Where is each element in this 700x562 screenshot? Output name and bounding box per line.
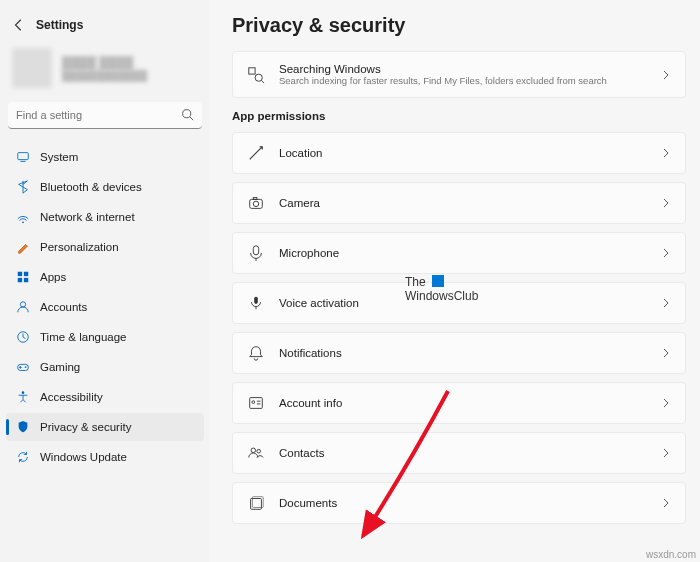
svg-point-4 <box>22 221 24 223</box>
nav-label: Bluetooth & devices <box>40 181 142 193</box>
section-label: App permissions <box>232 110 686 122</box>
voice-icon <box>247 294 265 312</box>
svg-rect-8 <box>24 278 28 282</box>
microphone-icon <box>247 244 265 262</box>
chevron-right-icon <box>661 148 671 158</box>
bluetooth-icon <box>16 180 30 194</box>
gaming-icon <box>16 360 30 374</box>
search-icon <box>181 108 194 121</box>
chevron-right-icon <box>661 248 671 258</box>
svg-point-0 <box>183 110 191 118</box>
camera-icon <box>247 194 265 212</box>
search-input[interactable] <box>8 102 202 129</box>
bell-icon <box>247 344 265 362</box>
svg-rect-22 <box>250 398 263 409</box>
svg-rect-20 <box>253 246 258 255</box>
svg-point-9 <box>20 302 25 307</box>
contacts-icon <box>247 444 265 462</box>
permission-item-bell[interactable]: Notifications <box>232 332 686 374</box>
svg-line-1 <box>190 117 193 120</box>
chevron-right-icon <box>661 448 671 458</box>
svg-rect-5 <box>18 272 22 276</box>
nav-item-update[interactable]: Windows Update <box>6 443 204 471</box>
nav-item-accessibility[interactable]: Accessibility <box>6 383 204 411</box>
permission-item-account-info[interactable]: Account info <box>232 382 686 424</box>
user-block[interactable]: ████ ████ ████████████ <box>6 44 204 102</box>
nav-item-accounts[interactable]: Accounts <box>6 293 204 321</box>
privacy-icon <box>16 420 30 434</box>
svg-point-13 <box>22 391 25 394</box>
permission-item-voice[interactable]: Voice activation <box>232 282 686 324</box>
svg-point-12 <box>25 366 27 368</box>
main-content: Privacy & security Searching Windows Sea… <box>210 0 700 562</box>
network-icon <box>16 210 30 224</box>
card-subtitle: Search indexing for faster results, Find… <box>279 75 607 86</box>
item-label: Voice activation <box>279 297 359 309</box>
svg-rect-19 <box>253 198 257 200</box>
nav-item-bluetooth[interactable]: Bluetooth & devices <box>6 173 204 201</box>
user-name: ████ ████ <box>62 56 147 70</box>
nav-item-time[interactable]: Time & language <box>6 323 204 351</box>
personalization-icon <box>16 240 30 254</box>
item-label: Documents <box>279 497 337 509</box>
item-label: Account info <box>279 397 342 409</box>
time-icon <box>16 330 30 344</box>
svg-rect-21 <box>254 297 258 304</box>
svg-point-15 <box>255 74 262 81</box>
chevron-right-icon <box>661 198 671 208</box>
svg-point-27 <box>257 449 261 453</box>
permission-item-location[interactable]: Location <box>232 132 686 174</box>
chevron-right-icon <box>661 498 671 508</box>
permission-item-contacts[interactable]: Contacts <box>232 432 686 474</box>
avatar <box>12 48 52 88</box>
system-icon <box>16 150 30 164</box>
nav-label: Apps <box>40 271 66 283</box>
chevron-right-icon <box>661 70 671 80</box>
svg-rect-7 <box>18 278 22 282</box>
item-label: Location <box>279 147 322 159</box>
nav-label: Gaming <box>40 361 80 373</box>
accounts-icon <box>16 300 30 314</box>
app-title: Settings <box>36 18 83 32</box>
account-info-icon <box>247 394 265 412</box>
item-label: Contacts <box>279 447 324 459</box>
searching-windows-item[interactable]: Searching Windows Search indexing for fa… <box>232 51 686 98</box>
svg-line-16 <box>261 80 264 83</box>
apps-icon <box>16 270 30 284</box>
nav-label: System <box>40 151 78 163</box>
nav-item-personalization[interactable]: Personalization <box>6 233 204 261</box>
nav-item-system[interactable]: System <box>6 143 204 171</box>
nav-item-apps[interactable]: Apps <box>6 263 204 291</box>
nav-label: Time & language <box>40 331 127 343</box>
chevron-right-icon <box>661 298 671 308</box>
location-icon <box>247 144 265 162</box>
user-email: ████████████ <box>62 70 147 81</box>
nav-list: SystemBluetooth & devicesNetwork & inter… <box>6 143 204 471</box>
permission-item-microphone[interactable]: Microphone <box>232 232 686 274</box>
search-box[interactable] <box>8 102 202 129</box>
svg-point-18 <box>253 201 258 206</box>
chevron-right-icon <box>661 348 671 358</box>
item-label: Notifications <box>279 347 342 359</box>
back-button[interactable] <box>12 18 26 32</box>
sidebar: Settings ████ ████ ████████████ SystemBl… <box>0 0 210 562</box>
page-title: Privacy & security <box>232 14 686 37</box>
svg-rect-2 <box>18 153 29 160</box>
accessibility-icon <box>16 390 30 404</box>
permission-item-documents[interactable]: Documents <box>232 482 686 524</box>
permission-item-camera[interactable]: Camera <box>232 182 686 224</box>
nav-label: Privacy & security <box>40 421 131 433</box>
nav-item-privacy[interactable]: Privacy & security <box>6 413 204 441</box>
svg-point-23 <box>252 401 255 404</box>
search-windows-icon <box>247 66 265 84</box>
nav-label: Network & internet <box>40 211 135 223</box>
nav-item-network[interactable]: Network & internet <box>6 203 204 231</box>
chevron-right-icon <box>661 398 671 408</box>
footer-watermark: wsxdn.com <box>646 549 696 560</box>
nav-item-gaming[interactable]: Gaming <box>6 353 204 381</box>
svg-point-26 <box>251 448 256 453</box>
item-label: Camera <box>279 197 320 209</box>
nav-label: Accounts <box>40 301 87 313</box>
nav-label: Accessibility <box>40 391 103 403</box>
update-icon <box>16 450 30 464</box>
